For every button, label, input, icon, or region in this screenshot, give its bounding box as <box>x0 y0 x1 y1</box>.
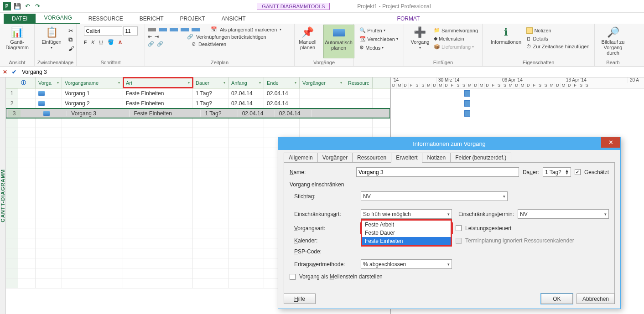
dlg-tab-vorgaenger[interactable]: Vorgänger <box>317 153 353 162</box>
col-vorgaenger[interactable]: Vorgänger▾ <box>300 77 345 88</box>
dlg-tab-felder[interactable]: Felder (benutzerdef.) <box>450 153 511 162</box>
gantt-bar[interactable] <box>464 90 470 97</box>
einschraenkungstermin-select[interactable]: NV▾ <box>518 209 609 219</box>
entry-bar-input[interactable] <box>21 67 641 77</box>
meilenstein-checkbox[interactable] <box>290 274 296 280</box>
dauer-cell[interactable]: 1 Tag? <box>193 88 229 98</box>
hilfe-button[interactable]: Hilfe <box>284 293 316 304</box>
geschaetzt-checkbox[interactable]: ✔ <box>575 169 581 175</box>
row-number[interactable]: 3 <box>8 110 21 117</box>
vorgangsart-dropdown[interactable]: Feste Arbeit Feste Dauer Feste Einheiten <box>361 219 452 247</box>
details-label[interactable]: Details <box>533 36 548 41</box>
ende-cell[interactable]: 02.04.14 <box>264 88 300 98</box>
progress-0-icon[interactable] <box>148 28 156 31</box>
fill-color-icon[interactable]: 🪣 <box>108 39 114 45</box>
information-button[interactable]: ℹInformationen <box>487 25 525 58</box>
col-ressourcen[interactable]: Ressourc <box>345 77 373 88</box>
option-feste-arbeit[interactable]: Feste Arbeit <box>362 221 451 229</box>
ertrag-select[interactable]: % abgeschlossen▾ <box>361 259 452 269</box>
font-size-select[interactable] <box>123 26 138 36</box>
copy-icon[interactable]: ⧉ <box>68 36 74 43</box>
link-icon[interactable]: 🔗 <box>148 41 154 47</box>
unlink-icon[interactable]: 🔗 <box>157 41 163 47</box>
respect-links-label[interactable]: Verknüpfungen berücksichtigen <box>196 34 266 40</box>
abbrechen-button[interactable]: Abbrechen <box>576 293 615 304</box>
undo-icon[interactable]: ↶ <box>24 3 31 10</box>
manual-schedule-button[interactable]: 📌Manuell planen <box>294 25 322 58</box>
format-painter-icon[interactable]: 🖌 <box>68 45 74 52</box>
mode-label[interactable]: Modus <box>365 45 380 51</box>
auto-schedule-button[interactable]: Automatisch planen <box>323 25 354 58</box>
art-cell[interactable]: Feste Einheiten <box>123 88 193 98</box>
row-number[interactable]: 2 <box>6 98 18 108</box>
close-icon[interactable]: ✕ <box>601 137 620 148</box>
mark-ontrack-label[interactable]: Als plangemäß markieren <box>220 27 277 32</box>
dlg-tab-ressourcen[interactable]: Ressourcen <box>352 153 391 162</box>
gantt-bar[interactable] <box>464 100 470 107</box>
table-row[interactable]: 3 Vorgang 3 Feste Einheiten 1 Tag? 02.04… <box>6 108 390 118</box>
paste-button[interactable]: 📋Einfügen▾ <box>36 25 67 58</box>
progress-100-icon[interactable] <box>192 28 200 31</box>
move-icon[interactable]: 📆 <box>359 36 366 42</box>
deactivate-icon[interactable]: ⊘ <box>192 41 196 47</box>
redo-icon[interactable]: ↷ <box>34 3 41 10</box>
mark-ontrack-icon[interactable]: 📅 <box>211 26 217 32</box>
dlg-tab-erweitert[interactable]: Erweitert <box>391 153 422 163</box>
font-family-select[interactable] <box>84 26 122 36</box>
dialog-title-bar[interactable]: Informationen zum Vorgang ✕ <box>278 137 620 150</box>
save-icon[interactable]: 💾 <box>14 3 21 10</box>
anfang-cell[interactable]: 02.04.14 <box>229 88 264 98</box>
option-feste-dauer[interactable]: Feste Dauer <box>362 229 451 237</box>
empty-row[interactable] <box>6 118 390 128</box>
einschraenkungsart-select[interactable]: So früh wie möglich▾ <box>361 209 452 219</box>
name-input[interactable] <box>356 167 519 177</box>
outdent-icon[interactable]: ⇤ <box>148 34 152 40</box>
tab-bericht[interactable]: BERICHT <box>131 14 172 24</box>
dauer-spinner[interactable]: 1 Tag?▲▼ <box>543 167 571 177</box>
progress-25-icon[interactable] <box>159 28 167 31</box>
mode-icon[interactable]: ⚙ <box>359 45 364 51</box>
col-dauer[interactable]: Dauer▾ <box>193 77 229 88</box>
row-number[interactable]: 1 <box>6 88 18 98</box>
milestone-label[interactable]: Meilenstein <box>439 36 464 41</box>
accept-entry-icon[interactable]: ✔ <box>12 69 16 75</box>
table-row[interactable]: 2 Vorgang 2 Feste Einheiten 1 Tag? 02.04… <box>6 98 390 108</box>
col-mode[interactable]: Vorga▾ <box>36 77 62 88</box>
stichtag-select[interactable]: NV▾ <box>361 191 508 201</box>
col-name[interactable]: Vorgangsname▾ <box>62 77 123 88</box>
col-art[interactable]: Art▾ <box>123 77 193 88</box>
scroll-to-task-button[interactable]: 🔎Bildlauf zu Vorgang durch <box>598 25 628 58</box>
tab-ansicht[interactable]: ANSICHT <box>213 14 254 24</box>
tab-vorgang[interactable]: VORGANG <box>36 13 80 24</box>
dlg-tab-notizen[interactable]: Notizen <box>422 153 451 162</box>
col-anfang[interactable]: Anfang▾ <box>229 77 264 88</box>
cut-icon[interactable]: ✂ <box>68 27 74 34</box>
summary-task-icon[interactable]: 📁 <box>434 27 440 33</box>
col-ende[interactable]: Ende▾ <box>264 77 300 88</box>
font-color-icon[interactable]: A <box>119 40 122 45</box>
name-cell[interactable]: Vorgang 1 <box>62 88 123 98</box>
table-row[interactable]: 1 Vorgang 1 Feste Einheiten 1 Tag? 02.04… <box>6 88 390 98</box>
move-label[interactable]: Verschieben <box>367 36 395 42</box>
bold-button[interactable]: F <box>84 40 87 45</box>
gantt-bar[interactable] <box>464 110 470 117</box>
dlg-tab-allgemein[interactable]: Allgemein <box>284 153 318 162</box>
leistung-checkbox[interactable] <box>456 225 462 231</box>
mode-cell[interactable] <box>36 88 62 98</box>
tab-ressource[interactable]: RESSOURCE <box>80 14 131 24</box>
summary-task-label[interactable]: Sammelvorgang <box>441 28 478 33</box>
notes-icon[interactable] <box>526 27 533 34</box>
col-indicators[interactable]: ⓘ <box>18 77 36 88</box>
timeline-add-icon[interactable]: ⏱ <box>526 44 531 49</box>
notes-label[interactable]: Notizen <box>534 28 551 33</box>
option-feste-einheiten[interactable]: Feste Einheiten <box>362 237 451 245</box>
progress-50-icon[interactable] <box>170 28 178 31</box>
deactivate-label[interactable]: Deaktivieren <box>198 41 226 47</box>
vorgaenger-cell[interactable] <box>300 88 345 98</box>
view-strip[interactable]: GANTT-DIAGRAMM <box>0 77 6 314</box>
italic-button[interactable]: K <box>91 40 94 45</box>
tab-projekt[interactable]: PROJEKT <box>171 14 213 24</box>
cancel-entry-icon[interactable]: ✕ <box>3 69 7 75</box>
timeline-add-label[interactable]: Zur Zeitachse hinzufügen <box>533 44 589 49</box>
indent-icon[interactable]: ⇥ <box>155 34 159 40</box>
